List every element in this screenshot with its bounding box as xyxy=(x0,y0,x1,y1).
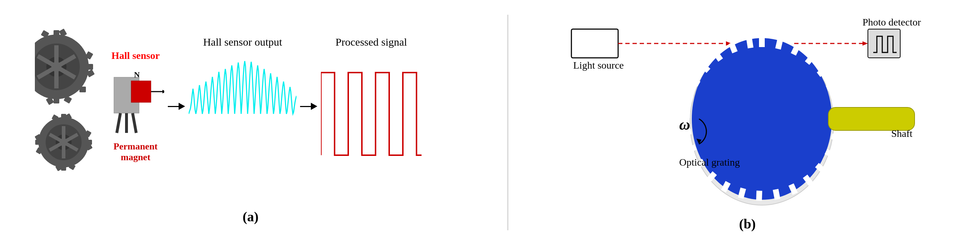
arrow-line-2 xyxy=(300,106,311,107)
svg-rect-28 xyxy=(87,140,92,145)
svg-text:N: N xyxy=(134,70,140,79)
sensor-svg: N xyxy=(107,67,164,138)
svg-text:Shaft: Shaft xyxy=(891,128,912,139)
diagram-a: Hall sensor N xyxy=(35,8,466,237)
permanent-magnet-label: Permanentmagnet xyxy=(114,141,158,163)
hall-sensor-label: Hall sensor xyxy=(111,50,160,61)
diagram-b-content: Light source Photo detector xyxy=(550,8,945,216)
sensor-body-group: N xyxy=(107,67,164,140)
svg-text:Light source: Light source xyxy=(573,60,624,71)
svg-rect-25 xyxy=(61,114,66,119)
sensor-assembly: Hall sensor N xyxy=(107,50,164,163)
svg-line-47 xyxy=(133,113,136,133)
diagram-b-label: (b) xyxy=(739,216,756,232)
svg-rect-27 xyxy=(35,140,41,145)
svg-rect-66 xyxy=(831,134,842,142)
arrow-line-1 xyxy=(168,106,178,107)
optical-encoder-svg: Light source Photo detector xyxy=(550,8,945,216)
svg-rect-5 xyxy=(54,97,59,103)
hall-output-section: Hall sensor output xyxy=(189,36,296,177)
svg-rect-43 xyxy=(131,81,151,102)
diagram-a-label: (a) xyxy=(243,209,258,224)
hall-output-label: Hall sensor output xyxy=(203,36,282,48)
svg-text:Optical grating: Optical grating xyxy=(679,157,740,168)
gears-section xyxy=(35,20,114,192)
svg-rect-54 xyxy=(868,29,900,58)
diagram-a-content: Hall sensor N xyxy=(35,8,466,205)
processed-signal-label: Processed signal xyxy=(336,36,407,48)
svg-rect-80 xyxy=(682,94,693,102)
svg-marker-41 xyxy=(162,90,164,94)
processed-signal-section: Processed signal xyxy=(321,36,422,177)
svg-rect-86 xyxy=(828,107,915,130)
svg-line-45 xyxy=(117,113,120,133)
svg-rect-26 xyxy=(61,165,66,171)
svg-text:ω: ω xyxy=(679,116,690,133)
svg-text:Photo detector: Photo detector xyxy=(862,16,921,28)
gears-svg xyxy=(35,20,114,192)
svg-rect-58 xyxy=(759,37,765,47)
svg-rect-10 xyxy=(80,87,86,92)
svg-rect-7 xyxy=(87,64,93,70)
diagram-b: Light source Photo detector xyxy=(550,8,945,237)
svg-rect-4 xyxy=(54,30,59,37)
arrow-head-2 xyxy=(311,103,317,110)
svg-rect-72 xyxy=(756,191,762,201)
arrow-head-1 xyxy=(178,103,185,110)
section-divider xyxy=(507,15,509,230)
processed-signal-svg xyxy=(321,51,422,177)
main-container: Hall sensor N xyxy=(0,0,980,245)
svg-marker-53 xyxy=(862,41,868,46)
svg-rect-48 xyxy=(571,29,618,58)
svg-rect-64 xyxy=(832,99,843,107)
arrow-1 xyxy=(168,103,185,110)
arrow-2 xyxy=(300,103,317,110)
hall-signal-svg xyxy=(189,51,296,177)
